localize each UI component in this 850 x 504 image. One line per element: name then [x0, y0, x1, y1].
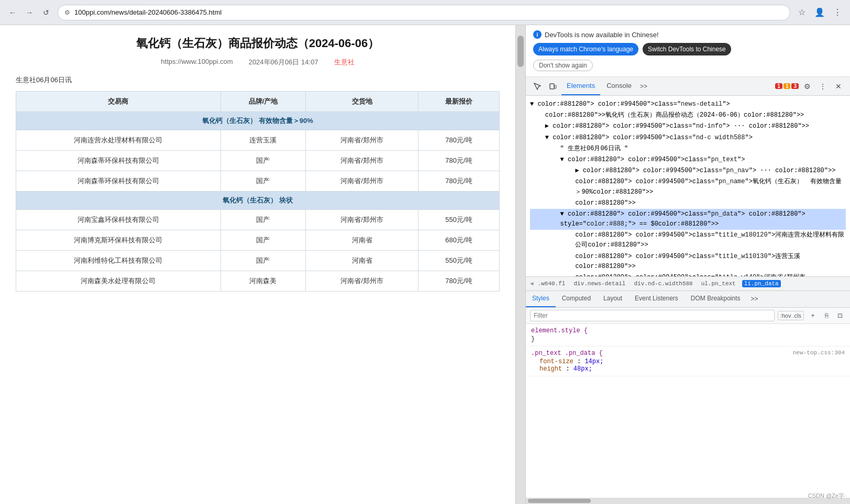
rule-props: font-size : 14px; height : 48px; — [531, 358, 845, 373]
col-header-price: 最新报价 — [418, 92, 499, 112]
table-row: 河南宝鑫环保科技有限公司国产河南省/郑州市550元/吨 — [16, 210, 500, 230]
dont-show-button[interactable]: Don't show again — [533, 60, 593, 71]
tab-dom-breakpoints[interactable]: DOM Breakpoints — [685, 291, 747, 307]
breadcrumb-bar: ◀ .w640.fl div.news-detail div.nd-c.widt… — [526, 276, 850, 291]
address-bar[interactable]: ⚙ 100ppi.com/news/detail-20240606-338647… — [58, 5, 790, 20]
styles-panel: element.style { } .pn_text .pn_data { ne… — [526, 324, 850, 498]
close-devtools-button[interactable]: ✕ — [831, 79, 846, 94]
rule-close-brace: } — [531, 335, 845, 343]
styles-more-tabs[interactable]: >> — [747, 291, 763, 307]
rule-prop-font-size: font-size : 14px; — [539, 358, 845, 365]
rule-prop-height: height : 48px; — [539, 365, 845, 373]
tab-styles[interactable]: Styles — [526, 291, 556, 307]
tab-elements[interactable]: Elements — [561, 77, 600, 95]
copy-button[interactable]: ⎘ — [821, 310, 832, 321]
switch-devtools-button[interactable]: Switch DevTools to Chinese — [643, 43, 731, 55]
dom-tree-line[interactable]: color:#881280"> color:#994500">class="ti… — [530, 251, 846, 272]
dom-tree-line[interactable]: ▶ color:#881280"> color:#994500">class="… — [530, 121, 846, 132]
banner-title: i DevTools is now available in Chinese! — [533, 30, 843, 39]
dom-tree-line[interactable]: " 生意社06月06日讯 " — [530, 143, 846, 154]
banner-buttons: Always match Chrome's language Switch De… — [533, 43, 843, 55]
table-row: 河南连营水处理材料有限公司连营玉溪河南省/郑州市780元/吨 — [16, 130, 500, 151]
refresh-button[interactable]: ⊡ — [834, 310, 846, 321]
page-intro: 生意社06月06日讯 — [16, 75, 500, 85]
table-row: 河南利维特化工科技有限公司国产河南省550元/吨 — [16, 251, 500, 271]
table-row: 河南森美水处理有限公司河南森美河南省/郑州市780元/吨 — [16, 271, 500, 292]
dom-tree-line[interactable]: ▼ color:#881280"> color:#994500">class="… — [530, 132, 846, 143]
dom-tree-line[interactable]: ▶ color:#881280"> color:#994500">class="… — [530, 165, 846, 176]
breadcrumb-item[interactable]: ul.pn_text — [699, 280, 738, 287]
nav-buttons: ← → ↺ — [5, 5, 53, 20]
rule-selector: element.style { — [531, 327, 845, 334]
h-scroll-thumb[interactable] — [528, 499, 591, 503]
breadcrumb-item[interactable]: div.news-detail — [571, 280, 627, 287]
breadcrumb-item[interactable]: li.pn_data — [742, 280, 781, 287]
tab-console[interactable]: Console — [601, 77, 637, 95]
col-header-trader: 交易商 — [16, 92, 221, 112]
svg-rect-0 — [550, 84, 554, 89]
profile-button[interactable]: 👤 — [812, 5, 827, 20]
svg-rect-1 — [555, 85, 556, 88]
rule-source[interactable]: new-top.css:304 — [793, 350, 845, 358]
tab-event-listeners[interactable]: Event Listeners — [628, 291, 685, 307]
style-rule-element: element.style { } — [526, 324, 850, 346]
info-badge: 3 — [791, 83, 799, 89]
data-table: 交易商 品牌/产地 交货地 最新报价 氧化钙（生石灰） 有效物含量＞90%河南连… — [16, 91, 500, 292]
bookmark-button[interactable]: ☆ — [794, 5, 809, 20]
page-meta: https://www.100ppi.com 2024年06月06日 14:07… — [16, 58, 500, 67]
scroll-thumb[interactable] — [517, 36, 524, 67]
table-row: 河南森蒂环保科技有限公司国产河南省/郑州市780元/吨 — [16, 151, 500, 171]
col-header-brand: 品牌/产地 — [220, 92, 305, 112]
dom-tree-line[interactable]: color:#881280"> color:#994500">class="pn… — [530, 176, 846, 197]
bottom-scrollbar[interactable] — [526, 498, 850, 504]
hov-cls-toggle[interactable]: :hov .cls — [778, 311, 804, 320]
dom-tree[interactable]: ▼ color:#881280"> color:#994500">class="… — [526, 96, 850, 276]
style-rule-pn-data: .pn_text .pn_data { new-top.css:304 font… — [526, 346, 850, 376]
table-row: 河南森蒂环保科技有限公司国产河南省/郑州市780元/吨 — [16, 171, 500, 192]
dom-tree-line[interactable]: ▼ color:#881280"> color:#994500">class="… — [530, 209, 846, 230]
dom-tree-line[interactable]: color:#881280"> color:#994500">class="ti… — [530, 272, 846, 276]
rule-selector-text: .pn_text .pn_data { — [531, 350, 603, 357]
toolbar-right: ☆ 👤 ⋮ — [794, 5, 845, 20]
back-button[interactable]: ← — [5, 5, 20, 20]
table-header-row: 交易商 品牌/产地 交货地 最新报价 — [16, 92, 500, 112]
security-icon: ⚙ — [64, 9, 70, 16]
breadcrumb-dots[interactable]: ◀ — [530, 280, 534, 287]
tab-computed[interactable]: Computed — [556, 291, 597, 307]
rule-header: .pn_text .pn_data { new-top.css:304 — [531, 350, 845, 358]
url-display: 100ppi.com/news/detail-20240606-3386475.… — [74, 8, 783, 16]
filter-icons: + ⎘ ⊡ — [807, 310, 846, 321]
dom-tree-line[interactable]: ▼ color:#881280"> color:#994500">class="… — [530, 99, 846, 110]
more-tabs-button[interactable]: >> — [638, 83, 649, 90]
settings-button[interactable]: ⚙ — [800, 79, 814, 94]
page-scrollbar[interactable] — [516, 25, 525, 504]
always-match-button[interactable]: Always match Chrome's language — [533, 43, 638, 55]
breadcrumb-item[interactable]: div.nd-c.width588 — [632, 280, 694, 287]
forward-button[interactable]: → — [22, 5, 37, 20]
page-date: 2024年06月06日 14:07 — [249, 58, 318, 67]
breadcrumb-item[interactable]: .w640.fl — [536, 280, 568, 287]
dom-tree-line[interactable]: color:#881280">>氧化钙（生石灰）商品报价动态（2024-06-0… — [530, 110, 846, 121]
section-header: 氧化钙（生石灰） 块状 — [16, 192, 500, 210]
devtools-toolbar: Elements Console >> 1 1 3 ⚙ ⋮ ✕ — [526, 77, 850, 96]
tab-layout[interactable]: Layout — [597, 291, 628, 307]
more-options-button[interactable]: ⋮ — [815, 79, 830, 94]
dom-tree-line[interactable]: color:#881280">> — [530, 198, 846, 209]
dom-tree-line[interactable]: ▼ color:#881280"> color:#994500">class="… — [530, 154, 846, 165]
reload-button[interactable]: ↺ — [39, 5, 53, 20]
error-badge: 1 — [775, 83, 782, 89]
add-style-rule-button[interactable]: + — [807, 310, 819, 321]
webpage: 氧化钙（生石灰）商品报价动态（2024-06-06） https://www.1… — [0, 25, 516, 504]
menu-button[interactable]: ⋮ — [830, 5, 845, 20]
filter-input[interactable] — [530, 310, 775, 321]
devtools-panel: i DevTools is now available in Chinese! … — [525, 25, 850, 504]
page-url: https://www.100ppi.com — [161, 58, 233, 67]
dom-tree-line[interactable]: color:#881280"> color:#994500">class="ti… — [530, 230, 846, 251]
styles-tabs-bar: Styles Computed Layout Event Listeners D… — [526, 291, 850, 308]
devtools-banner: i DevTools is now available in Chinese! … — [526, 25, 850, 77]
device-toolbar-button[interactable] — [546, 79, 560, 94]
table-row: 河南博克斯环保科技有限公司国产河南省680元/吨 — [16, 230, 500, 251]
csdn-watermark: CSDN @Ze字· — [808, 492, 846, 500]
browser-chrome: ← → ↺ ⚙ 100ppi.com/news/detail-20240606-… — [0, 0, 850, 25]
inspect-element-button[interactable] — [530, 79, 545, 94]
